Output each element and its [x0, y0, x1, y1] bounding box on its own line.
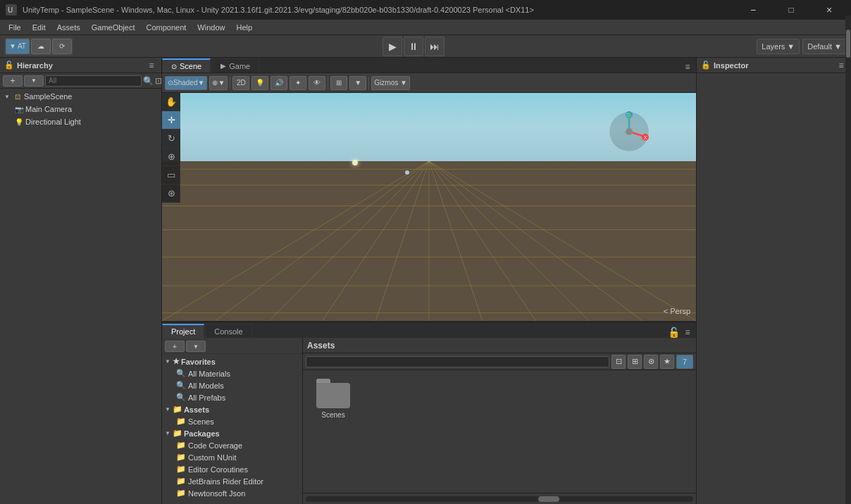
menu-assets[interactable]: Assets — [51, 22, 86, 33]
layers-dropdown[interactable]: Layers ▼ — [757, 39, 800, 54]
hierarchy-lock-icon: 🔓 — [4, 61, 14, 70]
main-camera-label: Main Camera — [25, 105, 72, 113]
svg-text:U: U — [8, 6, 13, 14]
scene-view-2d-3d-btn[interactable]: ⊕ ▼ — [209, 76, 228, 90]
assets-scroll-track[interactable] — [306, 496, 693, 502]
pause-button[interactable]: ⏸ — [404, 37, 423, 56]
newtonsoft-json-item[interactable]: 📁 Newtonsoft Json — [170, 487, 302, 499]
minimize-button[interactable]: − — [737, 0, 769, 20]
bottom-menu-icon[interactable]: ≡ — [682, 327, 693, 338]
asset-filter-btn-2[interactable]: ⊞ — [628, 355, 642, 369]
default-dropdown[interactable]: Default ▼ — [802, 39, 847, 54]
play-button[interactable]: ▶ — [383, 37, 402, 56]
menu-file[interactable]: File — [3, 22, 27, 33]
hierarchy-panel: 🔓 Hierarchy ≡ + ▼ 🔍 ⊡ ▼ ⊡ SampleScene — [0, 58, 162, 504]
asset-filter-btn-1[interactable]: ⊡ — [611, 355, 626, 369]
menu-gameobject[interactable]: GameObject — [86, 22, 141, 33]
scene-label: SampleScene — [24, 92, 73, 101]
all-materials-item[interactable]: 🔍 All Materials — [170, 367, 302, 379]
toolbar-separator-2 — [328, 77, 328, 89]
editor-coroutines-item[interactable]: 📁 Editor Coroutines — [170, 463, 302, 475]
rect-tool-btn[interactable]: ▭ — [162, 166, 180, 184]
asset-badge-btn[interactable]: 7 — [676, 355, 693, 369]
transform-tool-btn[interactable]: ⊛ — [162, 184, 180, 203]
favorites-header[interactable]: ▼ ★ Favorites — [162, 355, 302, 367]
assets-scroll-thumb — [538, 496, 559, 502]
code-coverage-item[interactable]: 📁 Code Coverage — [170, 439, 302, 451]
bottom-lock-icon[interactable]: 🔓 — [668, 327, 679, 338]
layers-label: Layers — [762, 42, 785, 51]
project-add-button[interactable]: + — [165, 341, 185, 352]
assets-footer — [303, 493, 696, 504]
all-models-item[interactable]: 🔍 All Models — [170, 379, 302, 391]
shaded-chevron: ▼ — [197, 79, 204, 87]
all-models-label: All Models — [188, 382, 224, 390]
close-button[interactable]: × — [813, 0, 845, 20]
menu-window[interactable]: Window — [192, 22, 230, 33]
inspector-lock-icon: 🔓 — [701, 61, 711, 70]
directional-light-indicator — [352, 160, 358, 165]
hierarchy-search-input[interactable] — [45, 75, 142, 87]
hierarchy-header-icons: ≡ — [146, 60, 157, 71]
scene-viewport[interactable]: ✋ ✛ ↻ ⊕ ▭ ⊛ Z X — [162, 93, 696, 321]
packages-section-header[interactable]: ▼ 📁 Packages — [162, 427, 302, 439]
menu-edit[interactable]: Edit — [27, 22, 51, 33]
rotate-tool-btn[interactable]: ↻ — [162, 130, 180, 148]
asset-filter-btn-4[interactable]: ★ — [660, 355, 674, 369]
scenes-asset-item[interactable]: Scenes — [309, 376, 358, 422]
tab-console[interactable]: Console — [205, 324, 251, 338]
scene-audio-btn[interactable]: 🔊 — [271, 76, 287, 90]
scene-hidden-btn[interactable]: 👁 — [309, 76, 325, 90]
hierarchy-main-camera-item[interactable]: 📷 Main Camera — [0, 103, 161, 115]
custom-nunit-item[interactable]: 📁 Custom NUnit — [170, 451, 302, 463]
layers-group: Layers ▼ Default ▼ — [757, 39, 847, 54]
hierarchy-search-icon[interactable]: 🔍 — [143, 75, 154, 87]
scene-gizmos-btn[interactable]: Gizmos ▼ — [371, 76, 410, 90]
step-button[interactable]: ⏭ — [425, 37, 445, 56]
collab-button[interactable]: ⟳ — [52, 39, 72, 54]
menu-component[interactable]: Component — [140, 22, 192, 33]
scene-fx-btn[interactable]: ✦ — [290, 76, 306, 90]
jetbrains-rider-item[interactable]: 📁 JetBrains Rider Editor — [170, 475, 302, 487]
assets-area-title: Assets — [307, 341, 335, 351]
hierarchy-options-icon[interactable]: ⊡ — [155, 75, 162, 87]
scene-2d-btn[interactable]: 2D — [232, 76, 249, 90]
asset-search-input[interactable] — [306, 356, 609, 367]
account-icon: ▼ — [9, 42, 16, 50]
scale-tool-btn[interactable]: ⊕ — [162, 148, 180, 166]
account-button[interactable]: ▼ AT — [6, 39, 30, 54]
scene-view-mode-btn[interactable]: ⊙ Shaded ▼ — [165, 76, 207, 90]
assets-content: Scenes — [303, 370, 696, 493]
scene-toolbar: ⊙ Shaded ▼ ⊕ ▼ 2D 💡 🔊 ✦ 👁 ⊞ ▼ Gizmos ▼ — [162, 73, 696, 93]
hierarchy-directional-light-item[interactable]: 💡 Directional Light — [0, 115, 161, 128]
scene-grid-btn[interactable]: ⊞ — [330, 76, 347, 90]
toolbar-separator-3 — [368, 77, 369, 89]
default-label: Default — [807, 42, 832, 51]
assets-section-header[interactable]: ▼ 📁 Assets — [162, 403, 302, 415]
hierarchy-menu-icon[interactable]: ≡ — [146, 60, 157, 71]
code-coverage-icon: 📁 — [176, 441, 186, 450]
inspector-header: 🔓 Inspector ≡ — [697, 58, 851, 73]
menu-help[interactable]: Help — [230, 22, 258, 33]
cloud-button[interactable]: ☁ — [31, 39, 51, 54]
tab-scene[interactable]: ⊙ Scene — [162, 58, 211, 73]
hierarchy-add-dropdown[interactable]: ▼ — [24, 75, 44, 87]
scene-orientation-gizmo[interactable]: Z X — [604, 107, 654, 156]
hierarchy-scene-item[interactable]: ▼ ⊡ SampleScene — [0, 90, 161, 103]
all-prefabs-item[interactable]: 🔍 All Prefabs — [170, 391, 302, 403]
account-label: AT — [18, 42, 26, 50]
scenes-folder-item[interactable]: 📁 Scenes — [170, 415, 302, 427]
project-add-dropdown[interactable]: ▼ — [186, 341, 206, 352]
tab-project[interactable]: Project — [162, 324, 204, 338]
asset-filter-btn-3[interactable]: ⊛ — [644, 355, 658, 369]
scene-lighting-btn[interactable]: 💡 — [251, 76, 268, 90]
hierarchy-header: 🔓 Hierarchy ≡ — [0, 58, 161, 73]
maximize-button[interactable]: □ — [775, 0, 807, 20]
tab-game[interactable]: ▶ Game — [211, 58, 259, 73]
project-add-bar: + ▼ — [162, 339, 302, 354]
hand-tool-btn[interactable]: ✋ — [162, 93, 180, 111]
scene-panel-menu-icon[interactable]: ≡ — [682, 61, 693, 73]
hierarchy-add-button[interactable]: + — [3, 75, 23, 87]
scene-extra-btn[interactable]: ▼ — [349, 76, 366, 90]
move-tool-btn[interactable]: ✛ — [162, 111, 180, 130]
